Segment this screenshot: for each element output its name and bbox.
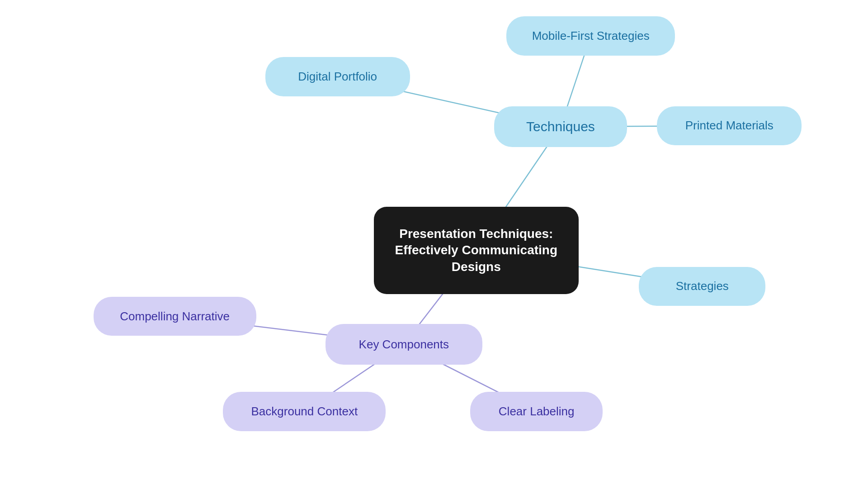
key-components-label: Key Components xyxy=(359,338,449,352)
techniques-label: Techniques xyxy=(526,119,595,134)
printed-materials-label: Printed Materials xyxy=(685,119,774,133)
center-node[interactable]: Presentation Techniques: Effectively Com… xyxy=(374,207,579,294)
center-node-label: Presentation Techniques: Effectively Com… xyxy=(388,226,564,275)
techniques-node[interactable]: Techniques xyxy=(494,106,627,147)
compelling-narrative-label: Compelling Narrative xyxy=(120,309,230,323)
digital-portfolio-node[interactable]: Digital Portfolio xyxy=(265,57,410,96)
strategies-node[interactable]: Strategies xyxy=(639,267,765,306)
compelling-narrative-node[interactable]: Compelling Narrative xyxy=(94,297,256,336)
mindmap-container: Presentation Techniques: Effectively Com… xyxy=(0,0,868,490)
printed-materials-node[interactable]: Printed Materials xyxy=(657,106,802,146)
background-context-node[interactable]: Background Context xyxy=(223,392,386,431)
background-context-label: Background Context xyxy=(251,404,358,419)
key-components-node[interactable]: Key Components xyxy=(326,324,482,365)
digital-portfolio-label: Digital Portfolio xyxy=(298,70,377,84)
mobile-first-label: Mobile-First Strategies xyxy=(532,29,650,43)
strategies-label: Strategies xyxy=(676,279,729,293)
mobile-first-node[interactable]: Mobile-First Strategies xyxy=(506,16,675,56)
clear-labeling-node[interactable]: Clear Labeling xyxy=(470,392,603,431)
clear-labeling-label: Clear Labeling xyxy=(499,404,575,419)
